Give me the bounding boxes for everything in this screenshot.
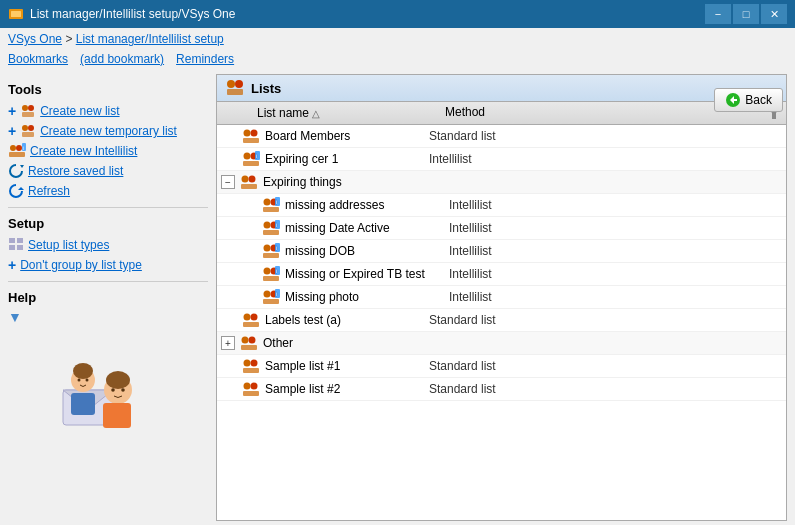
back-button[interactable]: Back <box>714 88 783 112</box>
collapse-expiring-things-button[interactable]: − <box>221 175 235 189</box>
svg-text:i: i <box>276 222 277 228</box>
svg-marker-15 <box>20 165 24 168</box>
list-name-label: List name <box>257 106 309 120</box>
lists-panel-header: Lists <box>217 75 786 102</box>
svg-point-25 <box>73 363 93 379</box>
refresh-item[interactable]: Refresh <box>8 181 208 201</box>
restore-saved-list-link[interactable]: Restore saved list <box>28 164 123 178</box>
list-name-other: Other <box>259 336 419 350</box>
svg-rect-65 <box>263 276 279 281</box>
content-area: Tools + Create new list + Cre <box>0 70 795 525</box>
svg-point-10 <box>10 145 16 151</box>
create-new-list-item[interactable]: + Create new list <box>8 101 208 121</box>
svg-point-37 <box>244 130 251 137</box>
svg-point-80 <box>251 360 258 367</box>
svg-point-74 <box>251 314 258 321</box>
list-method-expiring-cer: Intellilist <box>421 152 782 166</box>
svg-rect-9 <box>22 132 34 137</box>
row-icon-missing-addr: i <box>261 196 281 214</box>
svg-point-40 <box>244 153 251 160</box>
list-row-group-other[interactable]: + Other <box>217 332 786 355</box>
list-icon-2 <box>20 123 36 139</box>
breadcrumb-setup-link[interactable]: List manager/Intellilist setup <box>76 32 224 46</box>
svg-text:i: i <box>256 153 257 159</box>
svg-rect-1 <box>11 11 21 17</box>
create-new-temp-list-item[interactable]: + Create new temporary list <box>8 121 208 141</box>
list-row[interactable]: i Missing or Expired TB test Intellilist <box>217 263 786 286</box>
list-row[interactable]: Sample list #2 Standard list <box>217 378 786 401</box>
grid-icon <box>8 237 24 253</box>
lists-panel: Lists List name △ Method <box>216 74 787 521</box>
svg-point-73 <box>244 314 251 321</box>
column-list-name[interactable]: List name △ <box>217 105 437 121</box>
add-bookmark-link[interactable]: (add bookmark) <box>80 52 164 66</box>
dont-group-item[interactable]: + Don't group by list type <box>8 255 208 275</box>
row-icon-board-members <box>241 127 261 145</box>
refresh-link[interactable]: Refresh <box>28 184 70 198</box>
svg-point-28 <box>106 371 130 389</box>
svg-rect-27 <box>103 403 131 428</box>
create-new-list-link[interactable]: Create new list <box>40 104 119 118</box>
row-icon-missing-dob: i <box>261 242 281 260</box>
setup-section-title: Setup <box>8 216 208 231</box>
app-icon <box>8 6 24 22</box>
create-new-temp-list-link[interactable]: Create new temporary list <box>40 124 177 138</box>
maximize-button[interactable]: □ <box>733 4 759 24</box>
list-method-labels-test: Standard list <box>421 313 782 327</box>
list-row[interactable]: i Expiring cer 1 Intellilist <box>217 148 786 171</box>
list-row[interactable]: Board Members Standard list <box>217 125 786 148</box>
svg-point-29 <box>78 379 81 382</box>
restore-icon <box>8 163 24 179</box>
expand-other-button[interactable]: + <box>221 336 235 350</box>
list-row[interactable]: i missing Date Active Intellilist <box>217 217 786 240</box>
list-name-missing-addr: missing addresses <box>281 198 441 212</box>
column-method[interactable]: Method <box>437 105 762 121</box>
list-name-sample1: Sample list #1 <box>261 359 421 373</box>
svg-point-68 <box>264 291 271 298</box>
svg-point-8 <box>28 125 34 131</box>
breadcrumb-separator: > <box>65 32 75 46</box>
list-method-sample2: Standard list <box>421 382 782 396</box>
create-new-intellilist-link[interactable]: Create new Intellilist <box>30 144 137 158</box>
svg-text:i: i <box>276 291 277 297</box>
list-name-missing-date: missing Date Active <box>281 221 441 235</box>
reminders-link[interactable]: Reminders <box>176 52 234 66</box>
help-arrow: ▼ <box>8 309 208 325</box>
svg-rect-60 <box>263 253 279 258</box>
dont-group-link[interactable]: Don't group by list type <box>20 258 142 272</box>
setup-list-types-link[interactable]: Setup list types <box>28 238 109 252</box>
svg-point-31 <box>111 388 115 392</box>
svg-rect-70 <box>263 299 279 304</box>
list-name-expiring-things: Expiring things <box>259 175 419 189</box>
svg-rect-81 <box>243 368 259 373</box>
list-method-sample1: Standard list <box>421 359 782 373</box>
row-icon-missing-date: i <box>261 219 281 237</box>
svg-point-48 <box>264 199 271 206</box>
list-row-group[interactable]: − Expiring things <box>217 171 786 194</box>
list-table-body: Board Members Standard list i <box>217 125 786 520</box>
svg-rect-12 <box>9 152 25 157</box>
breadcrumb-vsys-link[interactable]: VSys One <box>8 32 62 46</box>
minimize-button[interactable]: − <box>705 4 731 24</box>
list-name-missing-dob: missing DOB <box>281 244 441 258</box>
list-name-missing-photo: Missing photo <box>281 290 441 304</box>
list-row[interactable]: Sample list #1 Standard list <box>217 355 786 378</box>
svg-point-58 <box>264 245 271 252</box>
svg-rect-20 <box>17 245 23 250</box>
svg-point-63 <box>264 268 271 275</box>
list-name-missing-tb: Missing or Expired TB test <box>281 267 441 281</box>
create-new-intellilist-item[interactable]: i Create new Intellilist <box>8 141 208 161</box>
svg-text:i: i <box>276 199 277 205</box>
close-button[interactable]: ✕ <box>761 4 787 24</box>
list-row[interactable]: i Missing photo Intellilist <box>217 286 786 309</box>
list-row[interactable]: i missing addresses Intellilist <box>217 194 786 217</box>
bookmarks-link[interactable]: Bookmarks <box>8 52 68 66</box>
svg-point-77 <box>249 337 256 344</box>
svg-rect-75 <box>243 322 259 327</box>
restore-saved-list-item[interactable]: Restore saved list <box>8 161 208 181</box>
setup-list-types-item[interactable]: Setup list types <box>8 235 208 255</box>
tools-divider <box>8 207 208 208</box>
list-row[interactable]: Labels test (a) Standard list <box>217 309 786 332</box>
svg-point-79 <box>244 360 251 367</box>
list-row[interactable]: i missing DOB Intellilist <box>217 240 786 263</box>
